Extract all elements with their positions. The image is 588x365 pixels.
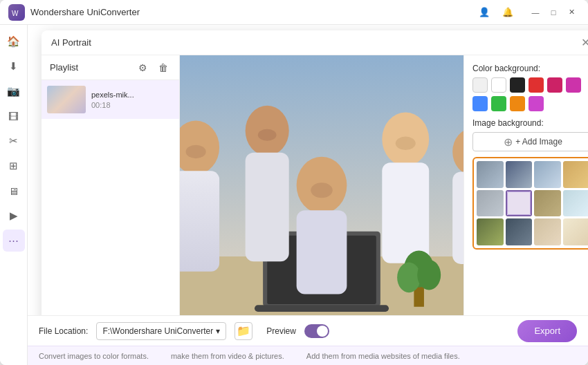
svg-rect-5: [255, 305, 389, 312]
ticker-item-3: Add them from media websites of media fi…: [295, 352, 471, 360]
folder-button[interactable]: 📁: [235, 322, 252, 340]
dialog-header: AI Portrait ✕: [42, 30, 588, 55]
playlist-item-info: pexels-mik... 00:18: [91, 91, 174, 109]
file-path-text: F:\Wondershare UniConverter: [102, 326, 213, 336]
minimize-button[interactable]: —: [527, 4, 544, 21]
sidebar-play[interactable]: ▶: [3, 205, 25, 227]
bg-image-7[interactable]: [534, 190, 561, 217]
export-button[interactable]: Export: [517, 320, 577, 342]
playlist-header: Playlist ⚙ 🗑: [42, 55, 179, 80]
maximize-button[interactable]: □: [545, 4, 562, 21]
app-window: W Wondershare UniConverter 👤 🔔 — □ ✕ 🏠 ⬇…: [0, 0, 588, 365]
bg-image-9[interactable]: [477, 218, 504, 245]
color-bg-label: Color background:: [472, 64, 588, 73]
bg-image-12[interactable]: [563, 218, 589, 245]
bg-image-5[interactable]: [477, 190, 504, 217]
sidebar-screen[interactable]: 🖥: [3, 180, 25, 202]
svg-rect-13: [382, 162, 429, 263]
playlist-title: Playlist: [50, 62, 135, 73]
svg-point-21: [258, 129, 277, 141]
account-button[interactable]: 👤: [475, 3, 494, 22]
color-swatch-pink[interactable]: [547, 77, 562, 93]
color-swatch-purple[interactable]: [529, 96, 544, 111]
sidebar-home[interactable]: 🏠: [3, 30, 25, 53]
bg-image-8[interactable]: [563, 190, 589, 217]
preview-toggle[interactable]: [304, 324, 329, 338]
video-preview: [180, 55, 463, 315]
file-location-label: File Location:: [39, 326, 88, 336]
color-swatch-magenta[interactable]: [566, 77, 581, 93]
sidebar-cut[interactable]: ✂: [3, 130, 25, 152]
image-bg-section: Image background: ⊕ + Add Image: [472, 118, 588, 250]
video-panel: ⏮ ▶ ⏭ 00:00:05 / 00:00:: [180, 55, 463, 315]
add-image-label: + Add Image: [515, 137, 562, 147]
svg-rect-9: [246, 153, 289, 262]
bg-image-6[interactable]: [506, 190, 533, 217]
close-button[interactable]: ✕: [563, 4, 580, 21]
video-scene: [180, 55, 463, 315]
playlist-item-name: pexels-mik...: [91, 91, 174, 99]
sidebar-download[interactable]: ⬇: [3, 55, 25, 77]
title-bar: W Wondershare UniConverter 👤 🔔 — □ ✕: [0, 0, 588, 25]
svg-point-20: [186, 145, 206, 158]
bg-image-1[interactable]: [477, 161, 504, 188]
playlist-delete-button[interactable]: 🗑: [156, 60, 171, 75]
playlist-header-actions: ⚙ 🗑: [135, 60, 171, 75]
color-swatch-orange[interactable]: [510, 96, 525, 111]
bottom-ticker: Convert images to color formats. make th…: [28, 346, 588, 365]
folder-icon: 📁: [237, 324, 250, 337]
color-grid: [472, 77, 588, 111]
playlist-panel: Playlist ⚙ 🗑: [42, 55, 180, 315]
image-bg-label: Image background:: [472, 118, 588, 128]
title-bar-actions: 👤 🔔 — □ ✕: [475, 3, 580, 22]
bg-image-11[interactable]: [534, 218, 561, 245]
svg-rect-15: [452, 172, 463, 264]
svg-rect-11: [297, 210, 347, 294]
color-swatch-white[interactable]: [491, 77, 506, 93]
dialog-title: AI Portrait: [51, 37, 578, 48]
svg-point-23: [396, 137, 416, 150]
svg-rect-7: [180, 171, 219, 272]
dialog-close-button[interactable]: ✕: [578, 36, 588, 50]
toggle-knob: [317, 326, 328, 337]
color-swatch-red[interactable]: [529, 77, 544, 93]
bg-image-2[interactable]: [506, 161, 533, 188]
image-grid-wrapper: [472, 157, 588, 250]
dialog-container: AI Portrait ✕ Playlist ⚙ 🗑: [28, 25, 588, 315]
color-swatch-blue[interactable]: [472, 96, 488, 111]
bg-image-10[interactable]: [506, 218, 533, 245]
app-title: Wondershare UniConverter: [30, 7, 475, 17]
ai-portrait-dialog: AI Portrait ✕ Playlist ⚙ 🗑: [42, 30, 588, 315]
color-swatch-light-gray[interactable]: [472, 77, 488, 93]
preview-label: Preview: [266, 326, 296, 336]
bg-image-4[interactable]: [563, 161, 589, 188]
notification-button[interactable]: 🔔: [498, 3, 517, 22]
color-swatch-green[interactable]: [491, 96, 506, 111]
svg-point-22: [311, 182, 333, 198]
sidebar-grid[interactable]: ⊞: [3, 155, 25, 177]
svg-point-19: [417, 260, 441, 290]
sidebar: 🏠 ⬇ 📷 🎞 ✂ ⊞ 🖥 ▶ ⋯: [0, 25, 28, 365]
file-path-button[interactable]: F:\Wondershare UniConverter ▾: [96, 322, 226, 340]
playlist-item-duration: 00:18: [91, 101, 174, 109]
video-scene-svg: [180, 55, 463, 315]
sidebar-more[interactable]: ⋯: [3, 230, 25, 252]
playlist-thumbnail: [47, 86, 86, 113]
sidebar-video[interactable]: 🎞: [3, 105, 25, 127]
bottom-bar: File Location: F:\Wondershare UniConvert…: [28, 315, 588, 346]
right-panel: Color background:: [463, 55, 588, 315]
playlist-item[interactable]: pexels-mik... 00:18: [42, 80, 179, 119]
dialog-body: Playlist ⚙ 🗑: [42, 55, 588, 315]
add-image-button[interactable]: ⊕ + Add Image: [472, 132, 588, 151]
sidebar-photo[interactable]: 📷: [3, 80, 25, 102]
image-grid: [477, 161, 588, 245]
bg-image-3[interactable]: [534, 161, 561, 188]
svg-text:W: W: [12, 10, 19, 17]
playlist-thumb-image: [47, 86, 86, 113]
color-swatch-black[interactable]: [510, 77, 525, 93]
main-layout: 🏠 ⬇ 📷 🎞 ✂ ⊞ 🖥 ▶ ⋯ AI Portrait ✕: [0, 25, 588, 365]
content-area: AI Portrait ✕ Playlist ⚙ 🗑: [28, 25, 588, 365]
app-logo: W: [8, 4, 25, 21]
color-bg-section: Color background:: [472, 64, 588, 111]
playlist-settings-button[interactable]: ⚙: [135, 60, 150, 75]
